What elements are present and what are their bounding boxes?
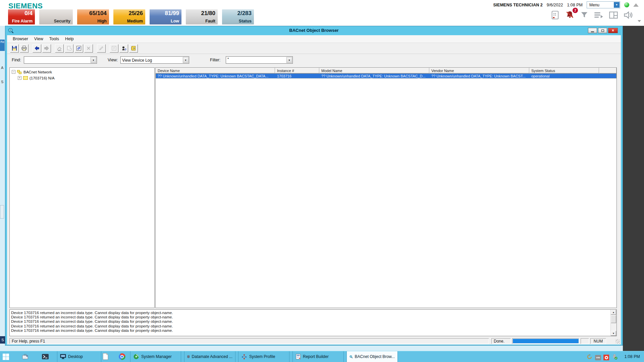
alarm-label: Fault: [205, 19, 215, 23]
column-header-device-name[interactable]: Device Name: [156, 68, 275, 73]
menu-help[interactable]: Help: [62, 36, 77, 42]
taskbar-button-label: System Profile: [249, 354, 275, 359]
menu-dropdown[interactable]: Menu ▼: [587, 1, 620, 8]
alarm-button-security[interactable]: Security: [39, 9, 73, 24]
cell-vendor-name: ?? Unknown/unhandled DATA_TYPE: Unknown …: [430, 74, 530, 78]
tree-item-device-1703716[interactable]: + (1703716) N/A: [18, 75, 154, 81]
status-done: Done.: [491, 338, 511, 344]
alarm-button-high[interactable]: 65/104 High: [77, 9, 109, 24]
usb-icon[interactable]: [611, 354, 618, 361]
expand-expander[interactable]: +: [18, 76, 21, 80]
powershell-icon[interactable]: [42, 353, 49, 360]
alarm-label: Security: [54, 19, 70, 23]
sync-icon[interactable]: [586, 354, 593, 361]
print-button[interactable]: [20, 44, 29, 53]
tree-item-bacnet-network[interactable]: − BACnet Network: [12, 69, 154, 75]
taskbar-button-system-manager[interactable]: System Manager: [130, 351, 181, 362]
minimize-button[interactable]: [588, 28, 597, 33]
system-manager-icon: [133, 354, 139, 360]
status-bar: For Help, press F1 Done. NUM: [7, 338, 621, 345]
scroll-down-arrow[interactable]: ▼: [611, 331, 616, 336]
maximize-button[interactable]: [598, 28, 607, 33]
alarm-button-status[interactable]: 2/283 Status: [222, 9, 254, 24]
erase-button[interactable]: [55, 44, 64, 53]
filter-icon[interactable]: [580, 11, 589, 19]
collapse-icons-arrow[interactable]: [638, 20, 641, 22]
log-scrollbar[interactable]: ▲ ▼: [610, 310, 616, 336]
menu-view[interactable]: View: [31, 36, 46, 42]
forward-button[interactable]: [42, 44, 51, 53]
help-button[interactable]: ?: [129, 44, 138, 53]
background-tab[interactable]: [0, 205, 4, 219]
svg-text:?: ?: [133, 47, 135, 50]
edit-button[interactable]: [97, 44, 106, 53]
alarm-mute-icon[interactable]: 7: [565, 10, 575, 20]
datamate-icon: [187, 354, 190, 360]
alarm-button-fire-alarm[interactable]: 0/4 Fire Alarm: [8, 9, 35, 24]
chevron-down-icon[interactable]: ▼: [91, 57, 96, 63]
alarm-count: 2/283: [237, 10, 252, 16]
chevron-down-icon[interactable]: ▼: [286, 57, 292, 63]
bacnet-browser-icon: [350, 354, 353, 360]
speaker-icon[interactable]: [623, 10, 634, 20]
menu-browser[interactable]: Browser: [10, 36, 31, 42]
background-tab-re[interactable]: Re: [0, 40, 5, 51]
screen: SIEMENS 0/4 Fire Alarm Security 65/104 H…: [0, 0, 644, 362]
save-button[interactable]: [10, 44, 19, 53]
taskbar-button-report-builder[interactable]: Report Builder: [292, 351, 344, 362]
recording-icon[interactable]: [603, 355, 609, 360]
view-select[interactable]: View Device Log ▼: [120, 56, 189, 64]
table-row-selected[interactable]: ?? Unknown/unhandled DATA_TYPE: Unknown …: [156, 73, 616, 78]
collapse-header-arrow[interactable]: [633, 3, 639, 7]
filter-input[interactable]: * ▼: [226, 56, 293, 64]
scrollbar-thumb[interactable]: [611, 315, 616, 323]
cell-instance: 1703716: [275, 74, 320, 78]
start-button[interactable]: [3, 354, 9, 360]
monitor-icon: [60, 354, 66, 359]
background-window-corner[interactable]: S: [0, 336, 5, 344]
alarm-button-fault[interactable]: 21/80 Fault: [186, 9, 218, 24]
close-button[interactable]: ×: [608, 28, 618, 33]
num-lock-indicator: NUM: [590, 338, 606, 344]
properties-button[interactable]: [110, 44, 118, 53]
log-messages: Device 1703716 returned an incorrect dat…: [11, 311, 609, 333]
column-header-model-name[interactable]: Model Name: [319, 68, 429, 73]
badge-reader-icon[interactable]: [550, 10, 560, 20]
layout-icon[interactable]: [609, 11, 618, 19]
server-manager-icon[interactable]: [21, 353, 29, 360]
copy-page-button[interactable]: [65, 44, 73, 53]
vm-icon[interactable]: vm: [595, 355, 601, 360]
resize-grip[interactable]: [615, 339, 620, 344]
column-header-system-status[interactable]: System Status: [529, 68, 599, 73]
refresh-button[interactable]: [74, 44, 83, 53]
title-bar[interactable]: BACnet Object Browser ×: [5, 26, 623, 35]
toolbar: ? ?: [7, 43, 621, 54]
column-header-instance[interactable]: Instance #: [275, 68, 319, 73]
cell-model-name: ?? Unknown/unhandled DATA_TYPE: Unknown …: [320, 74, 430, 78]
event-list-icon[interactable]: [594, 11, 604, 19]
windows-logo-icon: [3, 354, 9, 360]
taskbar-button-bacnet-object-browser[interactable]: BACnet Object Brow...: [346, 351, 398, 362]
delete-button[interactable]: [84, 44, 93, 53]
background-window[interactable]: [623, 26, 644, 351]
notepad-document-icon[interactable]: [103, 353, 108, 360]
taskbar-button-system-profile[interactable]: System Profile: [238, 351, 289, 362]
taskbar-button-desktop[interactable]: Desktop: [57, 351, 101, 362]
taskbar-button-datamate[interactable]: Datamate Advanced ...: [184, 351, 235, 362]
filter-bar: Find: ▼ View: View Device Log ▼ Filter: …: [7, 54, 621, 66]
alarm-button-low[interactable]: 81/99 Low: [150, 9, 181, 24]
scroll-up-arrow[interactable]: ▲: [611, 310, 616, 315]
chevron-down-icon[interactable]: ▼: [614, 2, 620, 8]
svg-text:?: ?: [124, 48, 126, 51]
chevron-down-icon[interactable]: ▼: [183, 57, 189, 63]
top-bar: SIEMENS 0/4 Fire Alarm Security 65/104 H…: [0, 0, 644, 26]
system-profile-icon: [241, 354, 247, 360]
alarm-button-medium[interactable]: 25/26 Medium: [113, 9, 145, 24]
chrome-icon[interactable]: [119, 353, 125, 360]
context-help-button[interactable]: ?: [119, 44, 128, 53]
menu-tools[interactable]: Tools: [46, 36, 62, 42]
back-button[interactable]: [33, 44, 41, 53]
find-input[interactable]: ▼: [24, 56, 97, 64]
column-header-vendor-name[interactable]: Vendor Name: [429, 68, 529, 73]
collapse-expander[interactable]: −: [12, 70, 15, 74]
